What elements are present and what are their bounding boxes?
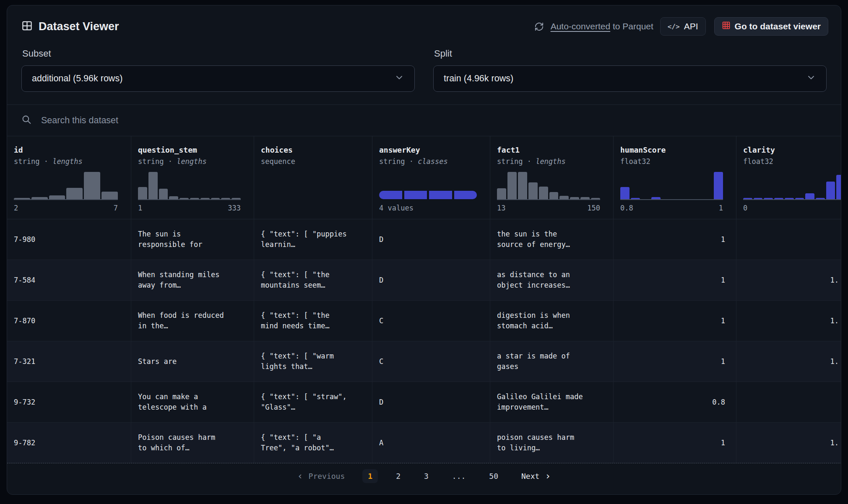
column-name: clarity [743,145,841,154]
chevron-down-icon [806,73,816,85]
pagination-ellipsis: ... [447,469,471,483]
cell-choices: { "text": [ "the mind needs time… [254,301,372,341]
table-row[interactable]: 7-980The sun is responsible for{ "text":… [7,219,841,260]
cell-fact1: Galileo Galilei made improvement… [490,382,614,422]
cell-answerKey: D [372,382,490,422]
cell-humanScore: 1 [614,219,736,260]
cell-id: 7-584 [7,260,131,300]
pagination-page-1[interactable]: 1 [362,469,378,483]
search-input[interactable] [41,115,827,126]
table-row[interactable]: 7-870When food is reduced in the…{ "text… [7,301,841,341]
cell-question_stem: You can make a telescope with a [131,382,254,422]
viewer-button-label: Go to dataset viewer [735,21,821,31]
next-label: Next [521,472,539,481]
cell-clarity [736,219,841,260]
histogram-axis-labels: 0.81 [620,204,723,213]
column-histogram [620,172,723,200]
cell-id: 9-732 [7,382,131,422]
cell-answerKey: C [372,341,490,382]
histogram-axis-labels [261,204,359,213]
search-row [7,104,841,136]
column-name: id [14,145,131,154]
next-page-button[interactable]: Next › [521,471,551,481]
cell-humanScore: 1 [614,423,736,463]
cell-humanScore: 1 [614,341,736,382]
table-row[interactable]: 9-732You can make a telescope with a{ "t… [7,382,841,423]
subset-dropdown[interactable]: additional (5.96k rows) [21,65,415,92]
histogram-axis-labels: 27 [14,204,118,213]
column-type: float32 [743,157,841,166]
histogram-axis-labels: 4 values [379,204,477,213]
cell-clarity [736,382,841,422]
pagination: ‹ Previous 123...50 Next › [7,463,841,488]
search-icon [21,114,32,127]
cell-question_stem: When standing miles away from… [131,260,254,300]
cell-clarity: 1. [736,341,841,382]
chevron-down-icon [394,73,404,85]
column-histogram [14,172,118,200]
title-wrap: Dataset Viewer [21,20,119,33]
cell-answerKey: D [372,219,490,260]
cell-choices: { "text": [ "puppies learnin… [254,219,372,260]
chevron-left-icon: ‹ [297,471,303,481]
cell-question_stem: Poison causes harm to which of… [131,423,254,463]
cell-question_stem: The sun is responsible for [131,219,254,260]
auto-converted-link[interactable]: Auto-converted [551,21,610,31]
cell-fact1: as distance to an object increases… [490,260,614,300]
column-type: string · lengths [497,157,613,166]
cell-answerKey: D [372,260,490,300]
cell-clarity: 1. [736,260,841,300]
pagination-page-2[interactable]: 2 [390,469,406,483]
histogram-axis-labels: 0 [743,204,841,213]
table-row[interactable]: 7-584When standing miles away from…{ "te… [7,260,841,301]
column-name: answerKey [379,145,490,154]
split-label: Split [434,48,827,59]
cell-clarity: 1. [736,423,841,463]
cell-humanScore: 0.8 [614,382,736,422]
cell-humanScore: 1 [614,301,736,341]
auto-converted-text: Auto-converted to Parquet [551,21,653,31]
column-name: humanScore [620,145,736,154]
table-row[interactable]: 7-321Stars are{ "text": [ "warm lights t… [7,341,841,382]
column-name: choices [261,145,372,154]
column-histogram [497,172,600,200]
column-header-fact1: fact1string · lengths13150 [490,136,614,219]
column-header-humanScore: humanScorefloat320.81 [614,136,736,219]
column-name: fact1 [497,145,613,154]
column-type: sequence [261,157,372,166]
previous-label: Previous [309,472,345,481]
histogram-axis-labels: 13150 [497,204,600,213]
red-grid-icon [722,21,731,32]
split-dropdown-value: train (4.96k rows) [444,73,513,84]
column-name: question_stem [138,145,254,154]
table-grid-icon [21,20,33,33]
pagination-page-3[interactable]: 3 [419,469,434,483]
cell-choices: { "text": [ "straw", "Glass"… [254,382,372,422]
table-row[interactable]: 9-782Poison causes harm to which of…{ "t… [7,423,841,463]
pagination-page-50[interactable]: 50 [484,469,504,483]
cell-question_stem: When food is reduced in the… [131,301,254,341]
split-dropdown[interactable]: train (4.96k rows) [433,65,827,92]
cell-id: 7-870 [7,301,131,341]
column-histogram [379,172,477,200]
page-numbers: 123...50 [362,469,504,483]
code-icon: </> [668,23,680,31]
cell-clarity: 1. [736,301,841,341]
column-histogram [261,172,359,200]
selectors-row: Subset additional (5.96k rows) Split tra… [7,39,841,92]
column-header-id: idstring · lengths27 [7,136,131,219]
table-body: 7-980The sun is responsible for{ "text":… [7,219,841,463]
page-title: Dataset Viewer [39,20,119,33]
go-to-dataset-viewer-button[interactable]: Go to dataset viewer [714,17,828,36]
subset-label: Subset [22,48,415,59]
refresh-icon [534,22,544,31]
previous-page-button[interactable]: ‹ Previous [297,471,345,481]
column-histogram [138,172,241,200]
column-type: string · lengths [14,157,131,166]
api-button[interactable]: </> API [660,17,706,36]
data-table: idstring · lengths27question_stemstring … [7,136,841,463]
cell-choices: { "text": [ "warm lights that… [254,341,372,382]
cell-fact1: a star is made of gases [490,341,614,382]
column-header-choices: choicessequence [254,136,372,219]
cell-id: 9-782 [7,423,131,463]
